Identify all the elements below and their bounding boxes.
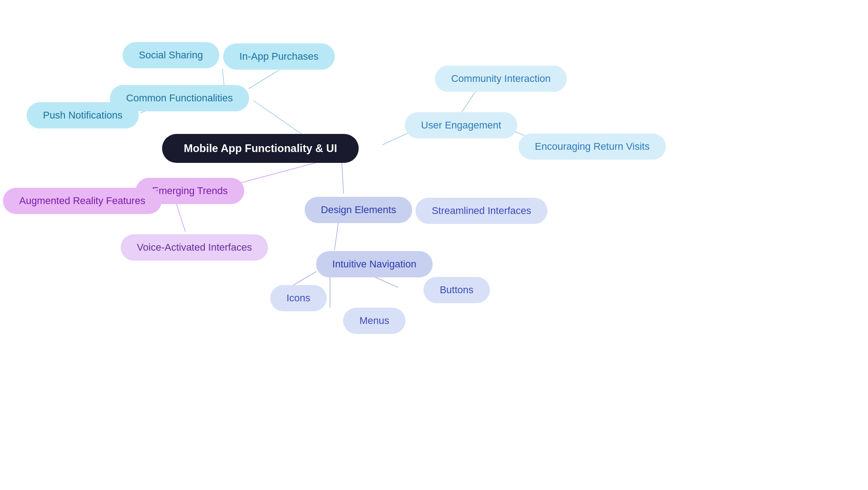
social-sharing-node: Social Sharing	[123, 42, 219, 68]
svg-line-7	[231, 161, 324, 186]
in-app-purchases-node: In-App Purchases	[223, 43, 335, 70]
streamlined-interfaces-node: Streamlined Interfaces	[415, 198, 547, 224]
menus-node: Menus	[343, 308, 406, 334]
encouraging-return-visits-node: Encouraging Return Visits	[519, 133, 666, 160]
svg-line-9	[176, 204, 185, 232]
voice-activated-node: Voice-Activated Interfaces	[121, 234, 268, 261]
user-engagement-node: User Engagement	[405, 112, 517, 138]
root-node: Mobile App Functionality & UI	[162, 134, 359, 163]
svg-line-2	[249, 70, 279, 89]
buttons-node: Buttons	[424, 277, 490, 303]
intuitive-navigation-node: Intuitive Navigation	[316, 251, 433, 277]
push-notifications-node: Push Notifications	[27, 102, 139, 128]
design-elements-node: Design Elements	[305, 197, 412, 223]
community-interaction-node: Community Interaction	[435, 66, 567, 92]
svg-line-10	[342, 163, 344, 194]
icons-node: Icons	[270, 285, 327, 311]
augmented-reality-node: Augmented Reality Features	[3, 188, 162, 214]
